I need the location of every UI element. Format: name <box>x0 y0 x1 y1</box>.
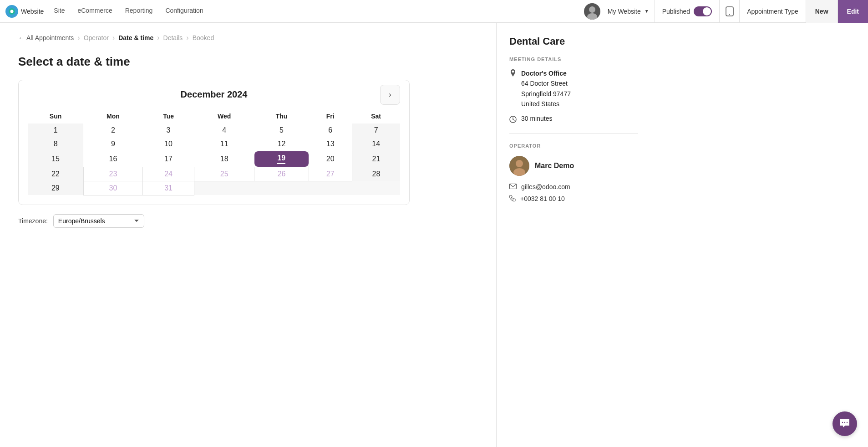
calendar-day-cell: 18 <box>194 151 254 167</box>
calendar-day-cell[interactable]: 26 <box>254 167 309 181</box>
svg-point-2 <box>10 10 14 13</box>
calendar-day-cell: 16 <box>83 151 142 167</box>
clock-icon <box>509 116 517 124</box>
user-avatar[interactable] <box>584 3 600 20</box>
calendar-day-cell[interactable]: 20 <box>309 151 352 167</box>
back-to-all-appointments[interactable]: ← All Appointments <box>18 34 74 41</box>
right-panel: Dental Care MEETING DETAILS Doctor's Off… <box>496 23 651 447</box>
calendar-day-cell[interactable]: 30 <box>83 181 142 195</box>
duration-row: 30 minutes <box>509 115 638 124</box>
svg-point-13 <box>842 422 843 423</box>
svg-point-4 <box>589 6 595 13</box>
operator-name: Marc Demo <box>535 162 574 170</box>
breadcrumb-booked[interactable]: Booked <box>193 34 214 41</box>
my-website-button[interactable]: My Website ▼ <box>602 0 655 23</box>
breadcrumb-details[interactable]: Details <box>163 34 183 41</box>
logo[interactable]: Website <box>5 5 44 18</box>
chevron-down-icon: ▼ <box>645 9 649 14</box>
address-detail: Doctor's Office 64 Doctor Street Springf… <box>521 68 571 109</box>
breadcrumb-datetime[interactable]: Date & time <box>118 34 153 41</box>
page-title: Select a date & time <box>18 55 478 69</box>
avatar-image <box>584 3 600 20</box>
office-name: Doctor's Office <box>521 70 567 77</box>
main-menu: Site eCommerce Reporting Configuration <box>47 0 209 23</box>
menu-reporting[interactable]: Reporting <box>119 0 159 23</box>
appointment-type-button[interactable]: Appointment Type <box>740 0 806 23</box>
timezone-row: Timezone: Europe/Brussels <box>18 214 478 228</box>
calendar-day-cell: 7 <box>352 123 400 137</box>
calendar-day-cell: 14 <box>352 137 400 151</box>
menu-configuration[interactable]: Configuration <box>159 0 209 23</box>
timezone-label: Timezone: <box>18 217 48 225</box>
calendar-day-cell[interactable]: 23 <box>83 167 142 181</box>
calendar-day-cell[interactable]: 31 <box>143 181 194 195</box>
calendar-day-cell: 8 <box>28 137 83 151</box>
calendar-day-cell: 22 <box>28 167 83 181</box>
calendar-day-cell[interactable]: 24 <box>143 167 194 181</box>
menu-site[interactable]: Site <box>47 0 71 23</box>
menu-ecommerce[interactable]: eCommerce <box>71 0 118 23</box>
published-toggle[interactable] <box>694 6 712 16</box>
calendar-day-cell: 6 <box>309 123 352 137</box>
operator-label: OPERATOR <box>509 143 638 149</box>
calendar-day-cell: 4 <box>194 123 254 137</box>
meeting-details-label: MEETING DETAILS <box>509 57 638 62</box>
calendar-day-cell: 12 <box>254 137 309 151</box>
timezone-select[interactable]: Europe/Brussels <box>53 214 144 228</box>
operator-phone-row: +0032 81 00 10 <box>509 195 638 203</box>
operator-phone: +0032 81 00 10 <box>520 195 565 202</box>
breadcrumb: ← All Appointments › Operator › Date & t… <box>18 34 478 42</box>
calendar-day-cell: 3 <box>143 123 194 137</box>
calendar-day-cell: 13 <box>309 137 352 151</box>
mobile-preview-button[interactable] <box>720 0 740 23</box>
calendar-weekday-header: Mon <box>83 109 142 123</box>
calendar-header: December 2024 › <box>28 89 400 100</box>
calendar-day-cell[interactable]: 19 <box>254 151 309 167</box>
address-row: Doctor's Office 64 Doctor Street Springf… <box>509 68 638 109</box>
left-panel: ← All Appointments › Operator › Date & t… <box>0 23 496 447</box>
calendar-grid: SunMonTueWedThuFriSat 123456789101112131… <box>28 109 400 195</box>
breadcrumb-operator[interactable]: Operator <box>84 34 109 41</box>
calendar-next-button[interactable]: › <box>380 85 400 105</box>
breadcrumb-sep-1: › <box>77 34 80 42</box>
edit-button[interactable]: Edit <box>838 0 868 23</box>
odoo-logo-icon <box>5 5 18 18</box>
calendar-weekday-header: Wed <box>194 109 254 123</box>
main-layout: ← All Appointments › Operator › Date & t… <box>0 23 868 447</box>
operator-email-row: gilles@odoo.com <box>509 183 638 190</box>
svg-point-7 <box>729 14 730 15</box>
city-zip: Springfield 97477 <box>521 90 571 98</box>
calendar-day-cell[interactable]: 27 <box>309 167 352 181</box>
chat-button[interactable] <box>832 411 857 436</box>
chat-icon <box>839 418 850 429</box>
appointment-title: Dental Care <box>509 36 638 47</box>
operator-row: Marc Demo <box>509 156 638 176</box>
calendar-day-cell <box>352 181 400 195</box>
calendar-weekday-header: Sat <box>352 109 400 123</box>
calendar-day-cell <box>309 181 352 195</box>
calendar-day-cell: 1 <box>28 123 83 137</box>
calendar-day-cell: 9 <box>83 137 142 151</box>
calendar-weekday-header: Sun <box>28 109 83 123</box>
new-button[interactable]: New <box>806 0 838 23</box>
operator-email: gilles@odoo.com <box>521 183 570 190</box>
published-label: Published <box>662 8 690 15</box>
country: United States <box>521 100 559 108</box>
calendar-day-cell: 2 <box>83 123 142 137</box>
location-icon <box>509 69 517 80</box>
email-icon <box>509 183 517 190</box>
svg-point-15 <box>847 422 848 423</box>
calendar-day-cell[interactable]: 25 <box>194 167 254 181</box>
calendar-weekday-header: Fri <box>309 109 352 123</box>
topnav-right: My Website ▼ Published Appointment Type … <box>584 0 868 23</box>
operator-avatar-image <box>509 156 529 176</box>
calendar-day-cell: 29 <box>28 181 83 195</box>
calendar-day-cell: 11 <box>194 137 254 151</box>
breadcrumb-sep-2: › <box>112 34 115 42</box>
calendar-weekday-header: Tue <box>143 109 194 123</box>
logo-text: Website <box>21 8 44 15</box>
operator-section: OPERATOR Marc Demo <box>509 143 638 203</box>
divider <box>509 134 638 134</box>
calendar-day-cell: 21 <box>352 151 400 167</box>
calendar-day-cell <box>194 181 254 195</box>
